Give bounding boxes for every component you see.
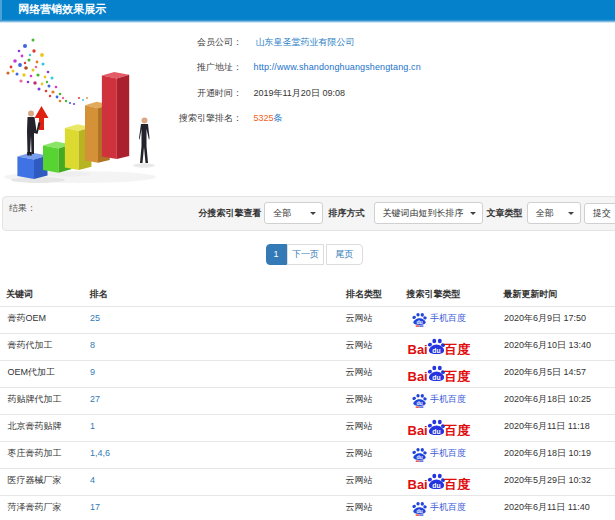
- svg-text:du: du: [432, 481, 440, 488]
- svg-text:du: du: [416, 508, 422, 514]
- svg-text:Bai: Bai: [407, 342, 427, 355]
- svg-text:百度: 百度: [443, 369, 471, 382]
- svg-text:Bai: Bai: [407, 369, 427, 382]
- svg-text:du: du: [432, 346, 440, 353]
- svg-text:du: du: [432, 373, 440, 380]
- svg-text:du: du: [432, 427, 440, 434]
- svg-text:du: du: [416, 400, 422, 406]
- svg-text:Bai: Bai: [407, 477, 427, 490]
- svg-text:百度: 百度: [443, 423, 471, 436]
- svg-text:du: du: [416, 319, 422, 325]
- svg-text:Bai: Bai: [407, 423, 427, 436]
- svg-text:du: du: [416, 454, 422, 460]
- svg-text:百度: 百度: [443, 477, 471, 490]
- svg-text:百度: 百度: [443, 342, 471, 355]
